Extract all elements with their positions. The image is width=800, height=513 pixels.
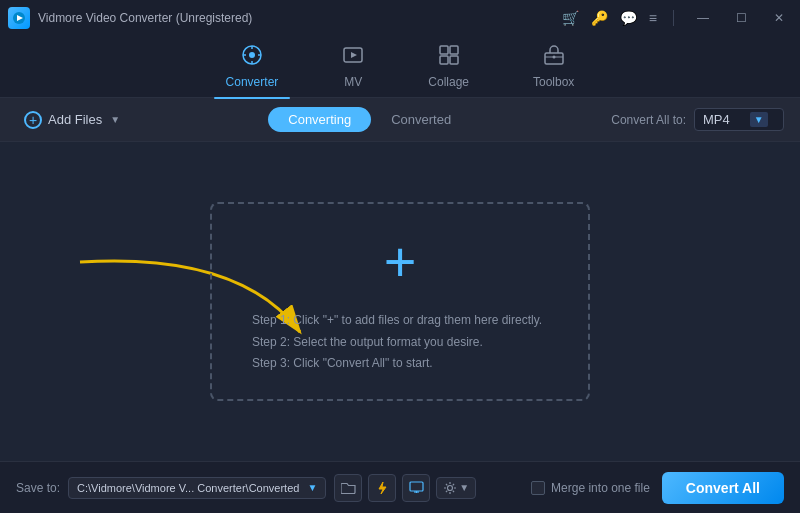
nav-label-mv: MV — [344, 75, 362, 89]
save-path-text: C:\Vidmore\Vidmore V... Converter\Conver… — [77, 482, 299, 494]
key-icon[interactable]: 🔑 — [591, 10, 608, 26]
titlebar-divider — [673, 10, 674, 26]
nav-item-converter[interactable]: Converter — [214, 40, 291, 93]
path-dropdown-arrow: ▼ — [307, 482, 317, 493]
step-3: Step 3: Click "Convert All" to start. — [252, 353, 548, 375]
flash-icon-button[interactable] — [368, 474, 396, 502]
converted-tab[interactable]: Converted — [371, 107, 471, 132]
minimize-button[interactable]: — — [690, 8, 716, 28]
main-content: + Step 1: Click "+" to add files or drag… — [0, 142, 800, 461]
menu-icon[interactable]: ≡ — [649, 10, 657, 26]
settings-dropdown-arrow: ▼ — [459, 482, 469, 493]
drop-zone[interactable]: + Step 1: Click "+" to add files or drag… — [210, 202, 590, 401]
nav-label-converter: Converter — [226, 75, 279, 89]
nav-item-toolbox[interactable]: Toolbox — [521, 40, 586, 93]
drop-zone-plus: + — [384, 234, 417, 290]
settings-button[interactable]: ▼ — [436, 477, 476, 499]
format-value: MP4 — [703, 112, 730, 127]
nav-label-collage: Collage — [428, 75, 469, 89]
merge-label: Merge into one file — [551, 481, 650, 495]
converting-tab[interactable]: Converting — [268, 107, 371, 132]
nav-item-mv[interactable]: MV — [330, 40, 376, 93]
svg-rect-5 — [440, 46, 448, 54]
title-bar: Vidmore Video Converter (Unregistered) 🛒… — [0, 0, 800, 36]
titlebar-actions: 🛒 🔑 💬 ≡ — ☐ ✕ — [562, 8, 792, 28]
navigation-bar: Converter MV Collage — [0, 36, 800, 98]
screen-icon-button[interactable] — [402, 474, 430, 502]
title-bar-left: Vidmore Video Converter (Unregistered) — [8, 7, 252, 29]
converter-icon — [241, 44, 263, 71]
toolbar-center: Converting Converted — [268, 107, 471, 132]
add-files-label: Add Files — [48, 112, 102, 127]
close-button[interactable]: ✕ — [766, 8, 792, 28]
step-instructions: Step 1: Click "+" to add files or drag t… — [252, 310, 548, 375]
merge-checkbox[interactable]: Merge into one file — [531, 481, 650, 495]
folder-icon-button[interactable] — [334, 474, 362, 502]
format-dropdown-arrow: ▼ — [750, 112, 768, 127]
collage-icon — [438, 44, 460, 71]
step-1: Step 1: Click "+" to add files or drag t… — [252, 310, 548, 332]
nav-label-toolbox: Toolbox — [533, 75, 574, 89]
maximize-button[interactable]: ☐ — [728, 8, 754, 28]
bottom-left: Save to: C:\Vidmore\Vidmore V... Convert… — [16, 474, 476, 502]
toolbar: + Add Files ▼ Converting Converted Conve… — [0, 98, 800, 142]
add-files-dropdown-arrow: ▼ — [110, 114, 120, 125]
convert-all-to-label: Convert All to: — [611, 113, 686, 127]
chat-icon[interactable]: 💬 — [620, 10, 637, 26]
svg-rect-13 — [410, 482, 423, 491]
step-2: Step 2: Select the output format you des… — [252, 332, 548, 354]
svg-rect-7 — [440, 56, 448, 64]
format-select[interactable]: MP4 ▼ — [694, 108, 784, 131]
svg-point-11 — [552, 56, 555, 59]
toolbar-left: + Add Files ▼ — [16, 107, 128, 133]
add-files-button[interactable]: + Add Files ▼ — [16, 107, 128, 133]
cart-icon[interactable]: 🛒 — [562, 10, 579, 26]
svg-point-16 — [448, 485, 453, 490]
toolbar-right: Convert All to: MP4 ▼ — [611, 108, 784, 131]
nav-item-collage[interactable]: Collage — [416, 40, 481, 93]
app-logo — [8, 7, 30, 29]
svg-point-3 — [249, 52, 255, 58]
add-files-plus-icon: + — [24, 111, 42, 129]
bottom-bar: Save to: C:\Vidmore\Vidmore V... Convert… — [0, 461, 800, 513]
app-title: Vidmore Video Converter (Unregistered) — [38, 11, 252, 25]
mv-icon — [342, 44, 364, 71]
svg-rect-6 — [450, 46, 458, 54]
bottom-action-icons: ▼ — [334, 474, 476, 502]
bottom-right: Merge into one file Convert All — [531, 472, 784, 504]
svg-rect-8 — [450, 56, 458, 64]
save-path-select[interactable]: C:\Vidmore\Vidmore V... Converter\Conver… — [68, 477, 326, 499]
convert-all-button[interactable]: Convert All — [662, 472, 784, 504]
save-to-label: Save to: — [16, 481, 60, 495]
toolbox-icon — [543, 44, 565, 71]
merge-checkbox-box[interactable] — [531, 481, 545, 495]
